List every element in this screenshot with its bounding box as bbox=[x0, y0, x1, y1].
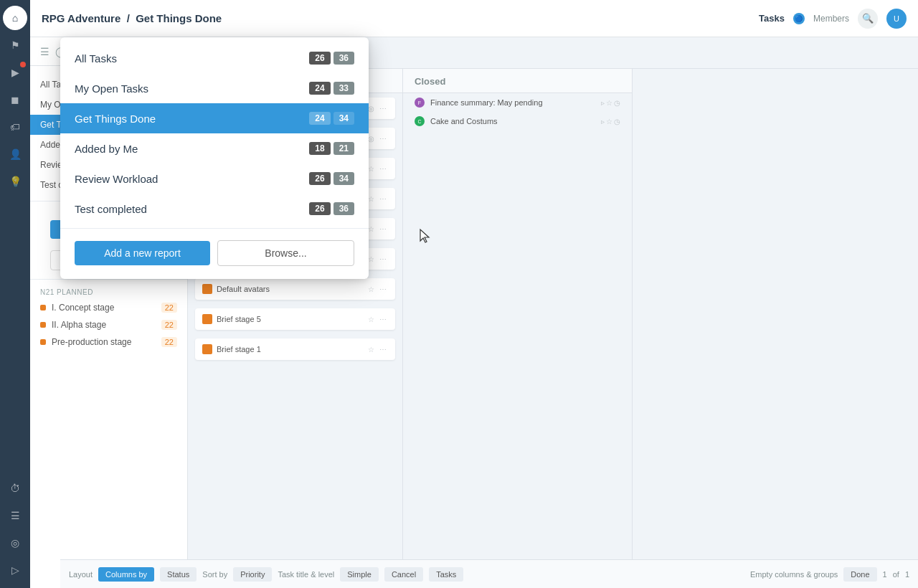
circle-icon[interactable]: ◎ bbox=[3, 531, 27, 555]
browse-reports-button[interactable]: Browse... bbox=[217, 240, 354, 266]
stage-count: 22 bbox=[161, 337, 177, 347]
bookmark-icon[interactable]: ⚑ bbox=[3, 33, 27, 57]
count-badge-1: 26 bbox=[309, 172, 330, 185]
tasks-badge: 🔵 bbox=[793, 13, 805, 24]
bulb-icon[interactable]: 💡 bbox=[3, 169, 27, 194]
flag-icon: ▹ bbox=[601, 99, 605, 107]
star-icon: ☆ bbox=[366, 344, 376, 354]
users-icon[interactable]: 👤 bbox=[3, 142, 27, 166]
dropdown-badges: 24 33 bbox=[309, 82, 354, 95]
task-action-icons: ☆ ⋯ bbox=[366, 284, 388, 294]
reports-dropdown: All Tasks 26 36 My Open Tasks 24 33 Get … bbox=[60, 37, 369, 279]
dropdown-item-review-workload[interactable]: Review Workload 26 34 bbox=[60, 163, 369, 194]
assignee-avatar: F bbox=[415, 98, 425, 108]
task-action-icons: ☆ ⋯ bbox=[366, 163, 388, 174]
task-action-icons: ☆ ⋯ bbox=[366, 254, 388, 264]
stage-item-preproduction: Pre-production stage 22 bbox=[30, 333, 187, 351]
stage-dot bbox=[40, 322, 46, 328]
count-badge-1: 26 bbox=[309, 202, 330, 215]
dropdown-item-my-open-tasks[interactable]: My Open Tasks 24 33 bbox=[60, 73, 369, 103]
layers-icon[interactable]: ◼ bbox=[3, 87, 27, 112]
panel-divider-2 bbox=[30, 279, 187, 280]
count-badge-1: 24 bbox=[309, 82, 330, 95]
dropdown-item-added-by-me[interactable]: Added by Me 18 21 bbox=[60, 133, 369, 163]
dropdown-item-label: Added by Me bbox=[75, 143, 309, 155]
play-icon[interactable]: ▷ bbox=[3, 558, 27, 582]
count-badge-2: 34 bbox=[333, 172, 354, 185]
dropdown-badges: 24 34 bbox=[309, 112, 354, 125]
stage-label: Pre-production stage bbox=[52, 337, 131, 347]
flag-icon: ▹ bbox=[601, 118, 605, 125]
avatar[interactable]: U bbox=[886, 9, 907, 29]
of-label: of bbox=[893, 570, 899, 579]
header: RPG Adventure / Get Things Done Tasks 🔵 … bbox=[30, 0, 918, 37]
more-icon: ⋯ bbox=[378, 103, 388, 113]
done-button[interactable]: Done bbox=[843, 567, 876, 582]
cancel-button[interactable]: Cancel bbox=[384, 567, 423, 582]
star-icon: ☆ bbox=[366, 284, 376, 294]
count-badge-2: 34 bbox=[333, 112, 354, 125]
task-icon bbox=[202, 344, 212, 354]
project-title: RPG Adventure bbox=[42, 12, 120, 24]
dropdown-divider bbox=[60, 228, 369, 229]
task-icon bbox=[202, 314, 212, 324]
closed-column: Closed F Finance summary: May pending ▹ … bbox=[403, 69, 633, 559]
home-icon[interactable]: ⌂ bbox=[3, 6, 27, 30]
search-icon[interactable]: 🔍 bbox=[858, 9, 878, 29]
add-new-report-button[interactable]: Add a new report bbox=[75, 241, 210, 265]
bottom-bar: Layout Columns by Status Sort by Priorit… bbox=[60, 559, 918, 588]
stage-item-concept: I. Concept stage 22 bbox=[30, 299, 187, 316]
comment-icon: ◷ bbox=[614, 99, 620, 107]
status-button[interactable]: Status bbox=[160, 567, 197, 582]
main-content: RPG Adventure / Get Things Done Tasks 🔵 … bbox=[30, 0, 918, 588]
dropdown-badges: 26 36 bbox=[309, 202, 354, 215]
priority-button[interactable]: Priority bbox=[233, 567, 272, 582]
closed-task-row: C Cake and Costums ▹ ☆ ◷ bbox=[403, 112, 632, 131]
more-icon: ⋯ bbox=[378, 254, 388, 264]
clock-icon[interactable]: ⏱ bbox=[3, 476, 27, 501]
tag-icon[interactable]: 🏷 bbox=[3, 115, 27, 139]
star-icon: ☆ bbox=[606, 118, 612, 125]
list-view-icon[interactable]: ☰ bbox=[40, 46, 49, 57]
task-card[interactable]: Brief stage 1 ☆ ⋯ bbox=[195, 338, 395, 360]
task-icon bbox=[202, 284, 212, 294]
dropdown-item-all-tasks[interactable]: All Tasks 26 36 bbox=[60, 43, 369, 73]
columns-button[interactable]: Columns by bbox=[98, 567, 154, 582]
header-right: Tasks 🔵 Members 🔍 U bbox=[759, 9, 907, 29]
tasks-bottom-button[interactable]: Tasks bbox=[429, 567, 463, 582]
column-header-closed: Closed bbox=[403, 69, 632, 93]
task-title-label: Task title & level bbox=[278, 570, 334, 579]
stage-count: 22 bbox=[161, 303, 177, 313]
task-action-icons: ☆ ⋯ bbox=[366, 344, 388, 354]
closed-task-row: F Finance summary: May pending ▹ ☆ ◷ bbox=[403, 93, 632, 112]
count-badge-2: 36 bbox=[333, 52, 354, 65]
stage-label: I. Concept stage bbox=[52, 303, 114, 313]
star-icon: ☆ bbox=[366, 314, 376, 324]
task-label: Brief stage 1 bbox=[217, 345, 361, 354]
dropdown-item-get-things-done[interactable]: Get Things Done 24 34 bbox=[60, 103, 369, 133]
tasks-label: Tasks bbox=[759, 13, 785, 24]
more-icon: ⋯ bbox=[378, 133, 388, 143]
list-icon[interactable]: ☰ bbox=[3, 503, 27, 528]
dropdown-item-test-completed[interactable]: Test completed 26 36 bbox=[60, 194, 369, 224]
sort-label: Sort by bbox=[202, 570, 227, 579]
stage-count: 22 bbox=[161, 320, 177, 330]
simple-button[interactable]: Simple bbox=[340, 567, 379, 582]
count-badge-1: 18 bbox=[309, 142, 330, 155]
count-badge-2: 21 bbox=[333, 142, 354, 155]
task-card[interactable]: Brief stage 5 ☆ ⋯ bbox=[195, 308, 395, 330]
count-badge-1: 26 bbox=[309, 52, 330, 65]
task-label: Default avatars bbox=[217, 285, 361, 293]
count-badge-1: 24 bbox=[309, 112, 330, 125]
stage-dot bbox=[40, 305, 46, 310]
empty-columns-label: Empty columns & groups bbox=[750, 570, 838, 579]
flag-icon[interactable]: ▶ bbox=[3, 60, 27, 85]
stage-item-alpha: II. Alpha stage 22 bbox=[30, 316, 187, 333]
task-card[interactable]: Default avatars ☆ ⋯ bbox=[195, 278, 395, 300]
layout-label: Layout bbox=[69, 570, 93, 579]
more-icon: ⋯ bbox=[378, 194, 388, 204]
more-icon: ⋯ bbox=[378, 314, 388, 324]
closed-task-icons: ▹ ☆ ◷ bbox=[601, 99, 620, 107]
closed-task-label: Cake and Costums bbox=[430, 117, 595, 125]
stage-label: II. Alpha stage bbox=[52, 320, 106, 330]
